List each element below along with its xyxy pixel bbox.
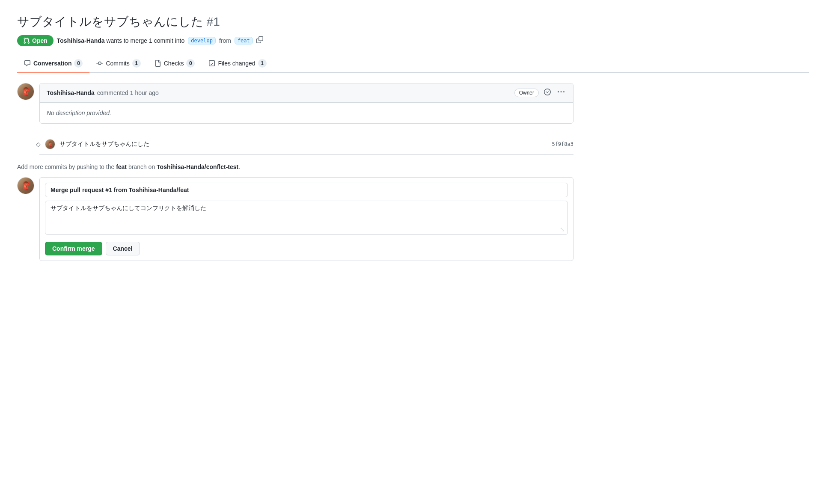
pr-title-text: サブタイトルをサブちゃんにした bbox=[17, 15, 203, 28]
avatar: 🧣 bbox=[17, 83, 34, 100]
open-badge: Open bbox=[17, 35, 53, 46]
merge-commit-body-text: サブタイトルをサブちゃんにしてコンフリクトを解消した bbox=[51, 205, 206, 211]
info-text: Add more commits by pushing to the feat … bbox=[17, 163, 573, 170]
merge-avatar: 🧣 bbox=[17, 177, 34, 194]
tab-checks-label: Checks bbox=[164, 60, 184, 67]
resize-handle-icon: ⤡ bbox=[560, 226, 565, 233]
commit-sha: 5f9f8a3 bbox=[552, 141, 573, 147]
pr-author: Toshihisa-Handa bbox=[57, 37, 105, 44]
commits-icon bbox=[96, 60, 103, 67]
tab-commits[interactable]: Commits 1 bbox=[89, 55, 147, 73]
tab-files-changed[interactable]: Files changed 1 bbox=[202, 55, 273, 73]
cancel-button[interactable]: Cancel bbox=[106, 242, 140, 255]
commit-avatar: 🧣 bbox=[45, 139, 55, 149]
tab-commits-label: Commits bbox=[106, 60, 129, 67]
comment-header-left: Toshihisa-Handa commented 1 hour ago bbox=[47, 89, 159, 96]
tab-files-changed-count: 1 bbox=[258, 59, 267, 68]
pr-meta-text: Toshihisa-Handa wants to merge 1 commit … bbox=[57, 37, 185, 44]
checks-icon bbox=[155, 60, 161, 67]
tab-files-changed-label: Files changed bbox=[218, 60, 255, 67]
comment-body: No description provided. bbox=[40, 103, 573, 123]
more-options-button[interactable] bbox=[556, 88, 566, 98]
merge-commit-title[interactable]: Merge pull request #1 from Toshihisa-Han… bbox=[45, 183, 568, 197]
emoji-button[interactable] bbox=[542, 88, 553, 98]
merge-section: 🧣 Merge pull request #1 from Toshihisa-H… bbox=[17, 177, 573, 261]
comment-body-text: No description provided. bbox=[47, 110, 566, 116]
target-branch-tag[interactable]: develop bbox=[188, 37, 216, 44]
comment-author: Toshihisa-Handa bbox=[47, 89, 95, 96]
tab-bar: Conversation 0 Commits 1 Checks 0 Files … bbox=[17, 55, 809, 73]
source-branch-tag[interactable]: feat bbox=[235, 37, 253, 44]
merge-actions: Confirm merge Cancel bbox=[40, 240, 573, 261]
comment-block: 🧣 Toshihisa-Handa commented 1 hour ago O… bbox=[17, 83, 573, 124]
merge-commit-body[interactable]: サブタイトルをサブちゃんにしてコンフリクトを解消した ⤡ bbox=[45, 201, 568, 235]
conversation-icon bbox=[24, 60, 31, 67]
tab-checks-count: 0 bbox=[186, 59, 195, 68]
comment-header-right: Owner bbox=[514, 88, 566, 98]
files-changed-icon bbox=[208, 60, 215, 67]
tab-conversation[interactable]: Conversation 0 bbox=[17, 55, 89, 73]
tab-conversation-label: Conversation bbox=[33, 60, 71, 67]
comment-header: Toshihisa-Handa commented 1 hour ago Own… bbox=[40, 83, 573, 103]
tab-checks[interactable]: Checks 0 bbox=[148, 55, 202, 73]
pr-content: 🧣 Toshihisa-Handa commented 1 hour ago O… bbox=[17, 83, 573, 261]
pr-meta: Open Toshihisa-Handa wants to merge 1 co… bbox=[17, 35, 809, 46]
merge-box: Merge pull request #1 from Toshihisa-Han… bbox=[39, 177, 573, 261]
tab-conversation-count: 0 bbox=[74, 59, 83, 68]
copy-branch-icon[interactable] bbox=[256, 36, 263, 45]
owner-badge: Owner bbox=[514, 89, 539, 97]
git-pull-request-icon bbox=[23, 37, 30, 44]
confirm-merge-button[interactable]: Confirm merge bbox=[45, 242, 102, 255]
commit-row: ◇ 🧣 サブタイトルをサブちゃんにした 5f9f8a3 bbox=[39, 134, 573, 155]
comment-time: commented 1 hour ago bbox=[97, 89, 159, 96]
commit-icon: ◇ bbox=[36, 141, 41, 148]
page-title: サブタイトルをサブちゃんにした #1 bbox=[17, 14, 809, 30]
pr-number: #1 bbox=[207, 15, 220, 28]
commit-message: サブタイトルをサブちゃんにした bbox=[59, 140, 149, 148]
comment-box: Toshihisa-Handa commented 1 hour ago Own… bbox=[39, 83, 573, 124]
status-label: Open bbox=[32, 37, 48, 44]
tab-commits-count: 1 bbox=[132, 59, 141, 68]
